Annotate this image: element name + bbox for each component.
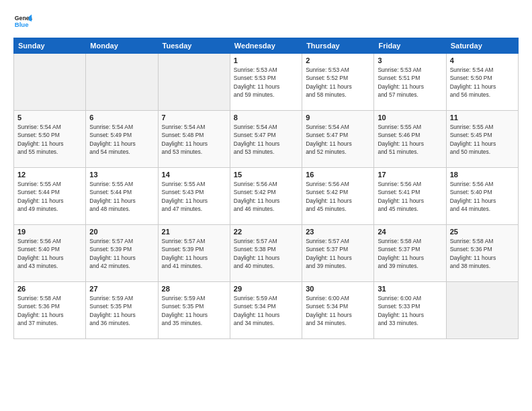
day-number: 11 bbox=[450, 113, 515, 122]
day-number: 23 bbox=[306, 228, 370, 236]
day-cell: 5Sunrise: 5:54 AM Sunset: 5:50 PM Daylig… bbox=[14, 111, 86, 168]
day-info: Sunrise: 5:54 AM Sunset: 5:50 PM Dayligh… bbox=[450, 66, 515, 99]
day-number: 2 bbox=[306, 56, 370, 64]
day-info: Sunrise: 5:55 AM Sunset: 5:45 PM Dayligh… bbox=[450, 123, 515, 156]
day-cell bbox=[158, 54, 230, 111]
weekday-sunday: Sunday bbox=[14, 38, 86, 54]
week-row-4: 19Sunrise: 5:56 AM Sunset: 5:40 PM Dayli… bbox=[14, 225, 519, 282]
day-cell: 13Sunrise: 5:55 AM Sunset: 5:44 PM Dayli… bbox=[86, 168, 158, 225]
day-number: 16 bbox=[306, 171, 370, 179]
day-number: 21 bbox=[162, 228, 226, 236]
day-info: Sunrise: 5:54 AM Sunset: 5:48 PM Dayligh… bbox=[162, 123, 226, 156]
day-info: Sunrise: 5:56 AM Sunset: 5:42 PM Dayligh… bbox=[306, 180, 370, 213]
day-info: Sunrise: 5:54 AM Sunset: 5:49 PM Dayligh… bbox=[89, 123, 154, 156]
day-cell: 22Sunrise: 5:57 AM Sunset: 5:38 PM Dayli… bbox=[230, 225, 302, 282]
logo-icon: General Blue bbox=[13, 12, 32, 31]
day-info: Sunrise: 5:57 AM Sunset: 5:38 PM Dayligh… bbox=[234, 237, 298, 270]
day-cell: 27Sunrise: 5:59 AM Sunset: 5:35 PM Dayli… bbox=[86, 282, 158, 339]
day-cell: 8Sunrise: 5:54 AM Sunset: 5:47 PM Daylig… bbox=[230, 111, 302, 168]
day-cell: 20Sunrise: 5:57 AM Sunset: 5:39 PM Dayli… bbox=[86, 225, 158, 282]
day-cell: 2Sunrise: 5:53 AM Sunset: 5:52 PM Daylig… bbox=[302, 54, 374, 111]
day-info: Sunrise: 5:58 AM Sunset: 5:37 PM Dayligh… bbox=[378, 237, 442, 270]
day-info: Sunrise: 5:55 AM Sunset: 5:46 PM Dayligh… bbox=[378, 123, 442, 156]
day-info: Sunrise: 5:53 AM Sunset: 5:52 PM Dayligh… bbox=[306, 66, 370, 99]
weekday-saturday: Saturday bbox=[446, 38, 518, 54]
day-info: Sunrise: 5:56 AM Sunset: 5:40 PM Dayligh… bbox=[450, 180, 515, 213]
day-number: 9 bbox=[306, 113, 370, 122]
day-cell: 14Sunrise: 5:55 AM Sunset: 5:43 PM Dayli… bbox=[158, 168, 230, 225]
day-info: Sunrise: 5:54 AM Sunset: 5:47 PM Dayligh… bbox=[234, 123, 298, 156]
day-cell: 4Sunrise: 5:54 AM Sunset: 5:50 PM Daylig… bbox=[446, 54, 518, 111]
day-info: Sunrise: 5:57 AM Sunset: 5:39 PM Dayligh… bbox=[89, 237, 154, 270]
day-cell: 28Sunrise: 5:59 AM Sunset: 5:35 PM Dayli… bbox=[158, 282, 230, 339]
day-cell: 1Sunrise: 5:53 AM Sunset: 5:53 PM Daylig… bbox=[230, 54, 302, 111]
day-number: 1 bbox=[234, 56, 298, 64]
day-cell: 11Sunrise: 5:55 AM Sunset: 5:45 PM Dayli… bbox=[446, 111, 518, 168]
day-number: 28 bbox=[162, 285, 226, 293]
week-row-5: 26Sunrise: 5:58 AM Sunset: 5:36 PM Dayli… bbox=[14, 282, 519, 339]
day-number: 29 bbox=[234, 285, 298, 293]
day-cell: 19Sunrise: 5:56 AM Sunset: 5:40 PM Dayli… bbox=[14, 225, 86, 282]
day-number: 18 bbox=[450, 171, 515, 179]
day-cell: 21Sunrise: 5:57 AM Sunset: 5:39 PM Dayli… bbox=[158, 225, 230, 282]
day-info: Sunrise: 6:00 AM Sunset: 5:34 PM Dayligh… bbox=[306, 294, 370, 327]
header: General Blue bbox=[13, 12, 519, 31]
day-number: 10 bbox=[378, 113, 442, 122]
day-cell: 25Sunrise: 5:58 AM Sunset: 5:36 PM Dayli… bbox=[446, 225, 518, 282]
day-info: Sunrise: 5:58 AM Sunset: 5:36 PM Dayligh… bbox=[450, 237, 515, 270]
day-number: 4 bbox=[450, 56, 515, 64]
day-cell: 30Sunrise: 6:00 AM Sunset: 5:34 PM Dayli… bbox=[302, 282, 374, 339]
day-cell: 6Sunrise: 5:54 AM Sunset: 5:49 PM Daylig… bbox=[86, 111, 158, 168]
day-number: 3 bbox=[378, 56, 442, 64]
day-cell: 15Sunrise: 5:56 AM Sunset: 5:42 PM Dayli… bbox=[230, 168, 302, 225]
week-row-2: 5Sunrise: 5:54 AM Sunset: 5:50 PM Daylig… bbox=[14, 111, 519, 168]
day-number: 8 bbox=[234, 113, 298, 122]
weekday-thursday: Thursday bbox=[302, 38, 374, 54]
day-number: 22 bbox=[234, 228, 298, 236]
day-cell: 9Sunrise: 5:54 AM Sunset: 5:47 PM Daylig… bbox=[302, 111, 374, 168]
week-row-1: 1Sunrise: 5:53 AM Sunset: 5:53 PM Daylig… bbox=[14, 54, 519, 111]
day-number: 14 bbox=[162, 171, 226, 179]
day-cell: 24Sunrise: 5:58 AM Sunset: 5:37 PM Dayli… bbox=[374, 225, 446, 282]
day-cell: 12Sunrise: 5:55 AM Sunset: 5:44 PM Dayli… bbox=[14, 168, 86, 225]
day-info: Sunrise: 5:56 AM Sunset: 5:42 PM Dayligh… bbox=[234, 180, 298, 213]
day-cell: 16Sunrise: 5:56 AM Sunset: 5:42 PM Dayli… bbox=[302, 168, 374, 225]
day-number: 25 bbox=[450, 228, 515, 236]
day-info: Sunrise: 5:55 AM Sunset: 5:44 PM Dayligh… bbox=[17, 180, 82, 213]
day-cell: 7Sunrise: 5:54 AM Sunset: 5:48 PM Daylig… bbox=[158, 111, 230, 168]
day-number: 17 bbox=[378, 171, 442, 179]
day-info: Sunrise: 5:53 AM Sunset: 5:51 PM Dayligh… bbox=[378, 66, 442, 99]
day-info: Sunrise: 5:56 AM Sunset: 5:41 PM Dayligh… bbox=[378, 180, 442, 213]
svg-text:Blue: Blue bbox=[15, 21, 29, 28]
day-info: Sunrise: 5:58 AM Sunset: 5:36 PM Dayligh… bbox=[17, 294, 82, 327]
day-info: Sunrise: 5:54 AM Sunset: 5:47 PM Dayligh… bbox=[306, 123, 370, 156]
day-number: 12 bbox=[17, 171, 82, 179]
day-cell: 18Sunrise: 5:56 AM Sunset: 5:40 PM Dayli… bbox=[446, 168, 518, 225]
day-info: Sunrise: 5:55 AM Sunset: 5:44 PM Dayligh… bbox=[89, 180, 154, 213]
day-number: 6 bbox=[89, 113, 154, 122]
calendar-table: SundayMondayTuesdayWednesdayThursdayFrid… bbox=[13, 38, 519, 339]
day-info: Sunrise: 5:54 AM Sunset: 5:50 PM Dayligh… bbox=[17, 123, 82, 156]
day-info: Sunrise: 5:57 AM Sunset: 5:39 PM Dayligh… bbox=[162, 237, 226, 270]
week-row-3: 12Sunrise: 5:55 AM Sunset: 5:44 PM Dayli… bbox=[14, 168, 519, 225]
weekday-header-row: SundayMondayTuesdayWednesdayThursdayFrid… bbox=[14, 38, 519, 54]
day-number: 24 bbox=[378, 228, 442, 236]
day-number: 13 bbox=[89, 171, 154, 179]
day-number: 19 bbox=[17, 228, 82, 236]
day-cell: 17Sunrise: 5:56 AM Sunset: 5:41 PM Dayli… bbox=[374, 168, 446, 225]
day-cell: 29Sunrise: 5:59 AM Sunset: 5:34 PM Dayli… bbox=[230, 282, 302, 339]
day-info: Sunrise: 5:59 AM Sunset: 5:34 PM Dayligh… bbox=[234, 294, 298, 327]
weekday-friday: Friday bbox=[374, 38, 446, 54]
day-number: 30 bbox=[306, 285, 370, 293]
weekday-monday: Monday bbox=[86, 38, 158, 54]
day-cell bbox=[14, 54, 86, 111]
day-number: 5 bbox=[17, 113, 82, 122]
day-info: Sunrise: 5:56 AM Sunset: 5:40 PM Dayligh… bbox=[17, 237, 82, 270]
day-number: 7 bbox=[162, 113, 226, 122]
day-cell: 26Sunrise: 5:58 AM Sunset: 5:36 PM Dayli… bbox=[14, 282, 86, 339]
day-info: Sunrise: 5:59 AM Sunset: 5:35 PM Dayligh… bbox=[162, 294, 226, 327]
logo: General Blue bbox=[13, 12, 32, 31]
day-info: Sunrise: 5:55 AM Sunset: 5:43 PM Dayligh… bbox=[162, 180, 226, 213]
day-cell: 10Sunrise: 5:55 AM Sunset: 5:46 PM Dayli… bbox=[374, 111, 446, 168]
day-cell: 31Sunrise: 6:00 AM Sunset: 5:33 PM Dayli… bbox=[374, 282, 446, 339]
